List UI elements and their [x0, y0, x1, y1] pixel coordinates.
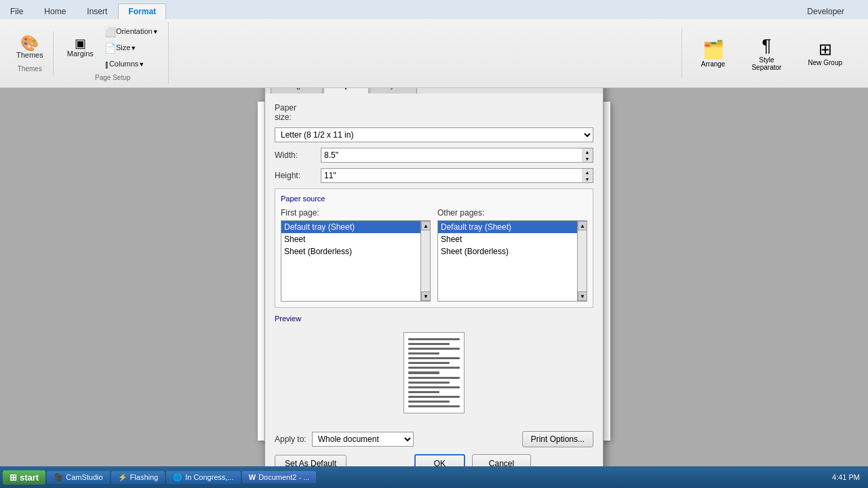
preview-header: Preview [275, 314, 593, 323]
print-options-button[interactable]: Print Options... [522, 431, 593, 447]
tab-insert[interactable]: Insert [77, 3, 117, 19]
preview-document [403, 332, 465, 413]
size-button[interactable]: 📄 Size ▼ [100, 41, 163, 55]
apply-to-select[interactable]: Whole document This section This point f… [312, 432, 414, 447]
preview-line-13 [408, 396, 460, 398]
other-pages-item-1[interactable]: Sheet [438, 233, 587, 245]
paper-source-header: Paper source [281, 195, 587, 203]
preview-line-14 [408, 401, 450, 403]
width-input-wrap: ▲ ▼ [321, 148, 593, 163]
arrange-button[interactable]: 🗂️ Arrange [696, 37, 731, 70]
tab-margins[interactable]: Margins [271, 88, 323, 94]
height-input-wrap: ▲ ▼ [321, 168, 593, 183]
dialog-body: Paper size: Letter (8 1/2 x 11 in) A4 Le… [265, 94, 603, 427]
cancel-button[interactable]: Cancel [472, 454, 531, 466]
flashing-label: Flashing [130, 473, 159, 481]
ribbon-content: 🎨 Themes Themes ▣ Margins ⬜ Orientation … [0, 19, 868, 87]
preview-line-3 [408, 348, 460, 350]
other-pages-item-2[interactable]: Sheet (Borderless) [438, 245, 587, 258]
taskbar-camstudio[interactable]: 🎥 CamStudio [47, 471, 109, 484]
preview-line-5 [408, 357, 460, 359]
other-pages-col: Other pages: Default tray (Sheet) Sheet … [437, 208, 587, 302]
preview-line-1 [408, 338, 460, 340]
height-spinner: ▲ ▼ [582, 168, 593, 183]
preview-line-4 [408, 352, 439, 354]
width-spin-down[interactable]: ▼ [582, 155, 593, 162]
paper-size-select[interactable]: Letter (8 1/2 x 11 in) A4 Legal [275, 127, 593, 142]
size-icon: 📄 [104, 43, 116, 53]
height-spin-down[interactable]: ▼ [582, 176, 593, 182]
dialog-overlay: Page Setup ─ □ ✕ Margins Paper Layout Pa… [0, 88, 868, 445]
dialog-buttons-row: Set As Default OK Cancel [265, 451, 603, 466]
preview-line-10 [408, 382, 450, 384]
other-pages-scroll-down[interactable]: ▼ [578, 291, 587, 301]
start-label: start [20, 472, 39, 483]
width-spin-up[interactable]: ▲ [582, 148, 593, 155]
page-setup-dialog: Page Setup ─ □ ✕ Margins Paper Layout Pa… [264, 88, 604, 466]
new-group-label: New Group [808, 59, 842, 66]
ribbon: File Home Insert Format Developer 🎨 Them… [0, 0, 868, 88]
arrange-label: Arrange [701, 60, 726, 68]
taskbar-word[interactable]: W Document2 - ... [242, 471, 317, 483]
first-page-scroll-down[interactable]: ▼ [421, 291, 431, 301]
size-label: Size [116, 43, 130, 52]
browser-label: In Congress,... [185, 473, 234, 481]
orientation-label: Orientation [116, 27, 153, 36]
first-page-scroll-up[interactable]: ▲ [421, 221, 431, 230]
apply-to-label: Apply to: [275, 434, 307, 444]
set-as-default-button[interactable]: Set As Default [275, 455, 347, 466]
clock-time: 4:41 PM [832, 473, 860, 481]
first-page-label: First page: [281, 208, 431, 218]
ribbon-group-themes: 🎨 Themes Themes [7, 31, 54, 75]
other-pages-item-0[interactable]: Default tray (Sheet) [438, 221, 587, 233]
columns-icon: ⫿ [104, 60, 109, 69]
margins-button[interactable]: ▣ Margins [63, 35, 98, 60]
width-spinner: ▲ ▼ [582, 148, 593, 163]
style-sep-icon: ¶ [762, 35, 771, 56]
style-separator-button[interactable]: ¶ Style Separator [744, 33, 789, 73]
height-input[interactable] [321, 168, 582, 183]
start-button[interactable]: ⊞ start [3, 470, 45, 485]
other-pages-scroll-up[interactable]: ▲ [578, 221, 587, 230]
tab-layout[interactable]: Layout [370, 88, 417, 94]
other-pages-label: Other pages: [437, 208, 587, 218]
taskbar: ⊞ start 🎥 CamStudio ⚡ Flashing 🌐 In Cong… [0, 466, 868, 488]
preview-line-15 [408, 405, 460, 407]
paper-source-section: Paper source First page: Default tray (S… [275, 188, 593, 308]
flashing-icon: ⚡ [118, 473, 127, 482]
new-group-button[interactable]: ⊞ New Group [802, 38, 848, 68]
first-page-item-0[interactable]: Default tray (Sheet) [281, 221, 430, 233]
first-page-listbox[interactable]: Default tray (Sheet) Sheet Sheet (Border… [281, 220, 431, 302]
width-input[interactable] [321, 148, 582, 163]
tab-home[interactable]: Home [34, 3, 76, 19]
tab-file[interactable]: File [0, 3, 33, 19]
start-icon: ⊞ [9, 472, 17, 483]
orientation-button[interactable]: ⬜ Orientation ▼ [100, 25, 163, 39]
themes-label: Themes [16, 51, 43, 60]
first-page-col: First page: Default tray (Sheet) Sheet S… [281, 208, 431, 302]
taskbar-clock: 4:41 PM [827, 472, 865, 483]
tab-developer[interactable]: Developer [797, 3, 854, 19]
orientation-icon: ⬜ [104, 27, 116, 37]
first-page-item-1[interactable]: Sheet [281, 233, 430, 245]
width-label: Width: [275, 150, 315, 160]
preview-line-12 [408, 391, 439, 393]
ok-button[interactable]: OK [414, 454, 465, 466]
camstudio-label: CamStudio [66, 473, 102, 481]
taskbar-flashing[interactable]: ⚡ Flashing [111, 471, 165, 484]
columns-button[interactable]: ⫿ Columns ▼ [100, 58, 163, 71]
tab-format[interactable]: Format [118, 3, 166, 19]
ribbon-group-page-setup: ▣ Margins ⬜ Orientation ▼ 📄 Size ▼ [58, 22, 169, 84]
first-page-scrollbar: ▲ ▼ [420, 221, 430, 301]
other-pages-listbox[interactable]: Default tray (Sheet) Sheet Sheet (Border… [437, 220, 587, 302]
word-label: Document2 - ... [258, 473, 309, 481]
paper-size-row: Paper size: [275, 103, 593, 122]
paper-size-label: Paper size: [275, 103, 315, 122]
tab-paper[interactable]: Paper [323, 88, 369, 94]
dialog-footer-top: Apply to: Whole document This section Th… [265, 427, 603, 451]
themes-button[interactable]: 🎨 Themes [12, 34, 47, 62]
height-spin-up[interactable]: ▲ [582, 169, 593, 176]
first-page-item-2[interactable]: Sheet (Borderless) [281, 245, 430, 258]
taskbar-browser[interactable]: 🌐 In Congress,... [166, 471, 241, 484]
other-pages-scrollbar: ▲ ▼ [577, 221, 587, 301]
